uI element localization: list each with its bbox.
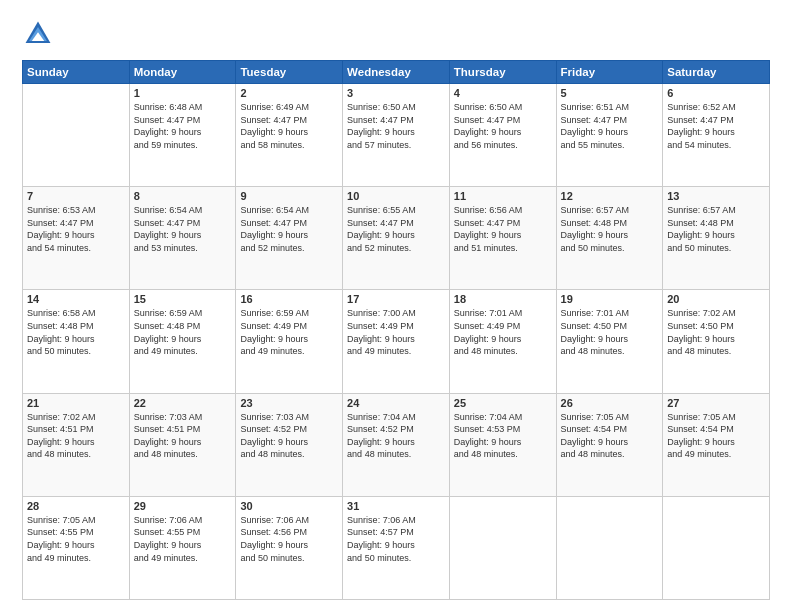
col-header-tuesday: Tuesday — [236, 61, 343, 84]
day-info: Sunrise: 7:02 AMSunset: 4:51 PMDaylight:… — [27, 411, 125, 461]
day-number: 24 — [347, 397, 445, 409]
day-info: Sunrise: 6:51 AMSunset: 4:47 PMDaylight:… — [561, 101, 659, 151]
day-number: 1 — [134, 87, 232, 99]
day-cell: 3Sunrise: 6:50 AMSunset: 4:47 PMDaylight… — [343, 84, 450, 187]
day-cell: 25Sunrise: 7:04 AMSunset: 4:53 PMDayligh… — [449, 393, 556, 496]
day-info: Sunrise: 7:06 AMSunset: 4:55 PMDaylight:… — [134, 514, 232, 564]
day-info: Sunrise: 6:54 AMSunset: 4:47 PMDaylight:… — [240, 204, 338, 254]
day-cell: 19Sunrise: 7:01 AMSunset: 4:50 PMDayligh… — [556, 290, 663, 393]
col-header-thursday: Thursday — [449, 61, 556, 84]
day-cell: 6Sunrise: 6:52 AMSunset: 4:47 PMDaylight… — [663, 84, 770, 187]
day-info: Sunrise: 6:50 AMSunset: 4:47 PMDaylight:… — [454, 101, 552, 151]
day-number: 5 — [561, 87, 659, 99]
day-number: 17 — [347, 293, 445, 305]
day-number: 21 — [27, 397, 125, 409]
day-number: 15 — [134, 293, 232, 305]
day-cell: 20Sunrise: 7:02 AMSunset: 4:50 PMDayligh… — [663, 290, 770, 393]
day-number: 20 — [667, 293, 765, 305]
day-number: 23 — [240, 397, 338, 409]
day-info: Sunrise: 7:06 AMSunset: 4:56 PMDaylight:… — [240, 514, 338, 564]
day-info: Sunrise: 6:55 AMSunset: 4:47 PMDaylight:… — [347, 204, 445, 254]
day-info: Sunrise: 6:49 AMSunset: 4:47 PMDaylight:… — [240, 101, 338, 151]
day-info: Sunrise: 7:01 AMSunset: 4:50 PMDaylight:… — [561, 307, 659, 357]
day-cell: 18Sunrise: 7:01 AMSunset: 4:49 PMDayligh… — [449, 290, 556, 393]
day-number: 2 — [240, 87, 338, 99]
day-number: 18 — [454, 293, 552, 305]
day-number: 16 — [240, 293, 338, 305]
day-cell — [449, 496, 556, 599]
day-info: Sunrise: 6:48 AMSunset: 4:47 PMDaylight:… — [134, 101, 232, 151]
day-cell: 7Sunrise: 6:53 AMSunset: 4:47 PMDaylight… — [23, 187, 130, 290]
day-cell: 26Sunrise: 7:05 AMSunset: 4:54 PMDayligh… — [556, 393, 663, 496]
col-header-wednesday: Wednesday — [343, 61, 450, 84]
day-cell: 10Sunrise: 6:55 AMSunset: 4:47 PMDayligh… — [343, 187, 450, 290]
day-number: 13 — [667, 190, 765, 202]
day-number: 10 — [347, 190, 445, 202]
day-number: 27 — [667, 397, 765, 409]
day-number: 14 — [27, 293, 125, 305]
col-header-monday: Monday — [129, 61, 236, 84]
day-cell — [23, 84, 130, 187]
day-number: 11 — [454, 190, 552, 202]
day-number: 30 — [240, 500, 338, 512]
day-info: Sunrise: 6:52 AMSunset: 4:47 PMDaylight:… — [667, 101, 765, 151]
day-cell: 8Sunrise: 6:54 AMSunset: 4:47 PMDaylight… — [129, 187, 236, 290]
col-header-friday: Friday — [556, 61, 663, 84]
week-row-5: 28Sunrise: 7:05 AMSunset: 4:55 PMDayligh… — [23, 496, 770, 599]
day-cell: 17Sunrise: 7:00 AMSunset: 4:49 PMDayligh… — [343, 290, 450, 393]
week-row-1: 1Sunrise: 6:48 AMSunset: 4:47 PMDaylight… — [23, 84, 770, 187]
day-cell: 24Sunrise: 7:04 AMSunset: 4:52 PMDayligh… — [343, 393, 450, 496]
day-number: 12 — [561, 190, 659, 202]
day-number: 26 — [561, 397, 659, 409]
day-info: Sunrise: 7:05 AMSunset: 4:54 PMDaylight:… — [667, 411, 765, 461]
day-cell: 28Sunrise: 7:05 AMSunset: 4:55 PMDayligh… — [23, 496, 130, 599]
day-number: 3 — [347, 87, 445, 99]
day-info: Sunrise: 7:05 AMSunset: 4:54 PMDaylight:… — [561, 411, 659, 461]
day-cell: 12Sunrise: 6:57 AMSunset: 4:48 PMDayligh… — [556, 187, 663, 290]
week-row-4: 21Sunrise: 7:02 AMSunset: 4:51 PMDayligh… — [23, 393, 770, 496]
day-cell: 31Sunrise: 7:06 AMSunset: 4:57 PMDayligh… — [343, 496, 450, 599]
day-cell: 30Sunrise: 7:06 AMSunset: 4:56 PMDayligh… — [236, 496, 343, 599]
day-number: 25 — [454, 397, 552, 409]
day-cell: 5Sunrise: 6:51 AMSunset: 4:47 PMDaylight… — [556, 84, 663, 187]
calendar-table: SundayMondayTuesdayWednesdayThursdayFrid… — [22, 60, 770, 600]
day-cell: 2Sunrise: 6:49 AMSunset: 4:47 PMDaylight… — [236, 84, 343, 187]
page: SundayMondayTuesdayWednesdayThursdayFrid… — [0, 0, 792, 612]
day-cell: 9Sunrise: 6:54 AMSunset: 4:47 PMDaylight… — [236, 187, 343, 290]
day-info: Sunrise: 6:59 AMSunset: 4:49 PMDaylight:… — [240, 307, 338, 357]
day-cell — [556, 496, 663, 599]
day-number: 8 — [134, 190, 232, 202]
day-info: Sunrise: 6:57 AMSunset: 4:48 PMDaylight:… — [561, 204, 659, 254]
day-info: Sunrise: 7:03 AMSunset: 4:52 PMDaylight:… — [240, 411, 338, 461]
day-info: Sunrise: 7:00 AMSunset: 4:49 PMDaylight:… — [347, 307, 445, 357]
day-info: Sunrise: 7:04 AMSunset: 4:53 PMDaylight:… — [454, 411, 552, 461]
day-number: 19 — [561, 293, 659, 305]
day-cell — [663, 496, 770, 599]
day-cell: 22Sunrise: 7:03 AMSunset: 4:51 PMDayligh… — [129, 393, 236, 496]
col-header-saturday: Saturday — [663, 61, 770, 84]
day-info: Sunrise: 6:58 AMSunset: 4:48 PMDaylight:… — [27, 307, 125, 357]
day-info: Sunrise: 6:53 AMSunset: 4:47 PMDaylight:… — [27, 204, 125, 254]
day-info: Sunrise: 6:54 AMSunset: 4:47 PMDaylight:… — [134, 204, 232, 254]
day-number: 22 — [134, 397, 232, 409]
day-cell: 15Sunrise: 6:59 AMSunset: 4:48 PMDayligh… — [129, 290, 236, 393]
day-number: 31 — [347, 500, 445, 512]
header-row: SundayMondayTuesdayWednesdayThursdayFrid… — [23, 61, 770, 84]
day-info: Sunrise: 6:56 AMSunset: 4:47 PMDaylight:… — [454, 204, 552, 254]
header — [22, 18, 770, 50]
logo — [22, 18, 58, 50]
day-cell: 27Sunrise: 7:05 AMSunset: 4:54 PMDayligh… — [663, 393, 770, 496]
week-row-2: 7Sunrise: 6:53 AMSunset: 4:47 PMDaylight… — [23, 187, 770, 290]
day-info: Sunrise: 6:57 AMSunset: 4:48 PMDaylight:… — [667, 204, 765, 254]
day-cell: 29Sunrise: 7:06 AMSunset: 4:55 PMDayligh… — [129, 496, 236, 599]
day-cell: 16Sunrise: 6:59 AMSunset: 4:49 PMDayligh… — [236, 290, 343, 393]
day-number: 9 — [240, 190, 338, 202]
day-cell: 21Sunrise: 7:02 AMSunset: 4:51 PMDayligh… — [23, 393, 130, 496]
day-info: Sunrise: 7:02 AMSunset: 4:50 PMDaylight:… — [667, 307, 765, 357]
day-cell: 4Sunrise: 6:50 AMSunset: 4:47 PMDaylight… — [449, 84, 556, 187]
day-number: 6 — [667, 87, 765, 99]
day-cell: 11Sunrise: 6:56 AMSunset: 4:47 PMDayligh… — [449, 187, 556, 290]
day-info: Sunrise: 7:06 AMSunset: 4:57 PMDaylight:… — [347, 514, 445, 564]
col-header-sunday: Sunday — [23, 61, 130, 84]
day-number: 29 — [134, 500, 232, 512]
